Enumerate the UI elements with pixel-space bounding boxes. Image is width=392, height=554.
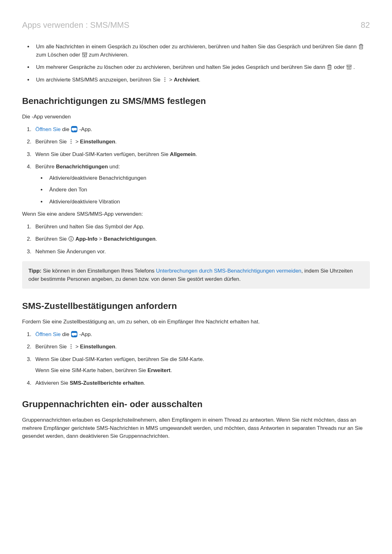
text: . (115, 139, 117, 145)
step-item: Berühre Benachrichtigungen und: Aktivier… (33, 163, 370, 206)
section-heading-delivery: SMS-Zustellbestätigungen anfordern (22, 299, 370, 313)
archive-icon (346, 64, 352, 70)
text: Die -App verwenden (22, 113, 370, 121)
trash-icon (358, 44, 364, 49)
menu-label: App-Info (75, 236, 98, 242)
text: Berühren Sie (35, 344, 68, 350)
step-item: Wenn Sie über Dual-SIM-Karten verfügen, … (33, 150, 370, 159)
messages-app-icon (71, 126, 78, 133)
text: zum Löschen oder (36, 52, 82, 58)
text: Berühre (35, 164, 56, 170)
open-link[interactable]: Öffnen Sie (35, 126, 61, 132)
list-item: Um alle Nachrichten in einem Gespräch zu… (33, 43, 370, 59)
menu-label: SMS-Zustellberichte erhalten (70, 380, 144, 386)
step-item: Berühren und halten Sie das Symbol der A… (33, 223, 370, 231)
text: . (171, 367, 172, 373)
text: Wenn Sie über Dual-SIM-Karten verfügen, … (35, 356, 204, 362)
step-item: Wenn Sie über Dual-SIM-Karten verfügen, … (33, 355, 370, 375)
text: . (144, 380, 145, 386)
text: > (169, 77, 174, 83)
text: > (75, 139, 80, 145)
menu-label: Archiviert (174, 77, 199, 83)
text: Wenn Sie eine SIM-Karte haben, berühren … (35, 367, 148, 373)
text: . (199, 77, 201, 83)
step-item: Nehmen Sie Änderungen vor. (33, 248, 370, 256)
messages-app-icon (71, 331, 78, 338)
info-icon (68, 236, 74, 242)
sub-bullet-list: Aktiviere/deaktiviere Benachrichtigungen… (46, 174, 370, 206)
tip-box: Tipp: Sie können in den Einstellungen Ih… (22, 261, 370, 289)
text: die (62, 126, 71, 132)
step-item: Berühren Sie App-Info > Benachrichtigung… (33, 235, 370, 243)
text: Um archivierte SMS/MMS anzuzeigen, berüh… (36, 77, 162, 83)
list-item: Um archivierte SMS/MMS anzuzeigen, berüh… (33, 76, 370, 84)
steps-list: Öffnen Sie die -App. Berühren Sie > Eins… (22, 330, 370, 387)
text: Wenn Sie über Dual-SIM-Karten verfügen, … (35, 151, 170, 157)
text: Sie können in den Einstellungen Ihres Te… (41, 268, 156, 274)
step-item: Berühren Sie > Einstellungen. (33, 343, 370, 351)
text: Fordern Sie eine Zustellbestätigung an, … (22, 318, 370, 326)
text: Berühren Sie (35, 236, 68, 242)
list-item: Aktiviere/deaktiviere Benachrichtigungen (46, 174, 370, 182)
page-number: 82 (361, 19, 370, 31)
step-item: Berühren Sie > Einstellungen. (33, 138, 370, 146)
text: -App. (79, 126, 92, 132)
text: . (155, 236, 157, 242)
tip-label: Tipp: (28, 268, 41, 274)
text: Gruppennachrichten erlauben es Gesprächs… (22, 416, 370, 440)
menu-label: Einstellungen (80, 344, 115, 350)
text: > (98, 236, 104, 242)
text: Wenn Sie eine andere SMS/MMS-App verwend… (22, 210, 370, 218)
step-item: Aktivieren Sie SMS-Zustellberichte erhal… (33, 379, 370, 387)
text: zum Archivieren. (89, 52, 129, 58)
list-item: Um mehrerer Gespräche zu löschen oder zu… (33, 63, 370, 71)
menu-label: Erweitert (148, 367, 171, 373)
breadcrumb: Apps verwenden : SMS/MMS (22, 19, 130, 31)
text: . (196, 151, 197, 157)
trash-icon (327, 64, 332, 70)
section-heading-notifications: Benachrichtigungen zu SMS/MMS festlegen (22, 94, 370, 108)
more-vert-icon (68, 139, 74, 144)
page-header: Apps verwenden : SMS/MMS 82 (22, 19, 370, 31)
text: Berühren Sie (35, 139, 68, 145)
list-item: Aktiviere/deaktiviere Vibration (46, 198, 370, 206)
text: . (115, 344, 117, 350)
step-item: Öffnen Sie die -App. (33, 330, 370, 339)
more-vert-icon (162, 77, 168, 82)
more-vert-icon (68, 344, 74, 349)
archive-icon (82, 52, 87, 57)
text: und: (108, 164, 120, 170)
section-heading-group: Gruppennachrichten ein- oder ausschalten (22, 398, 370, 411)
text: -App. (79, 331, 92, 337)
text: Um mehrerer Gespräche zu löschen oder zu… (36, 64, 327, 70)
open-link[interactable]: Öffnen Sie (35, 331, 61, 337)
steps-list: Berühren und halten Sie das Symbol der A… (22, 223, 370, 256)
menu-label: Benachrichtigungen (56, 164, 108, 170)
text: > (75, 344, 80, 350)
menu-label: Benachrichtigungen (104, 236, 155, 242)
list-item: Ändere den Ton (46, 186, 370, 194)
text: die (62, 331, 71, 337)
menu-label: Einstellungen (80, 139, 115, 145)
step-item: Öffnen Sie die -App. (33, 125, 370, 134)
text: Aktivieren Sie (35, 380, 70, 386)
steps-list: Öffnen Sie die -App. Berühren Sie > Eins… (22, 125, 370, 206)
intro-bullet-list: Um alle Nachrichten in einem Gespräch zu… (33, 43, 370, 84)
text: Um alle Nachrichten in einem Gespräch zu… (36, 44, 358, 50)
tip-link[interactable]: Unterbrechungen durch SMS-Benachrichtigu… (156, 268, 301, 274)
text: oder (334, 64, 346, 70)
menu-label: Allgemein (170, 151, 196, 157)
text: . (353, 64, 355, 70)
